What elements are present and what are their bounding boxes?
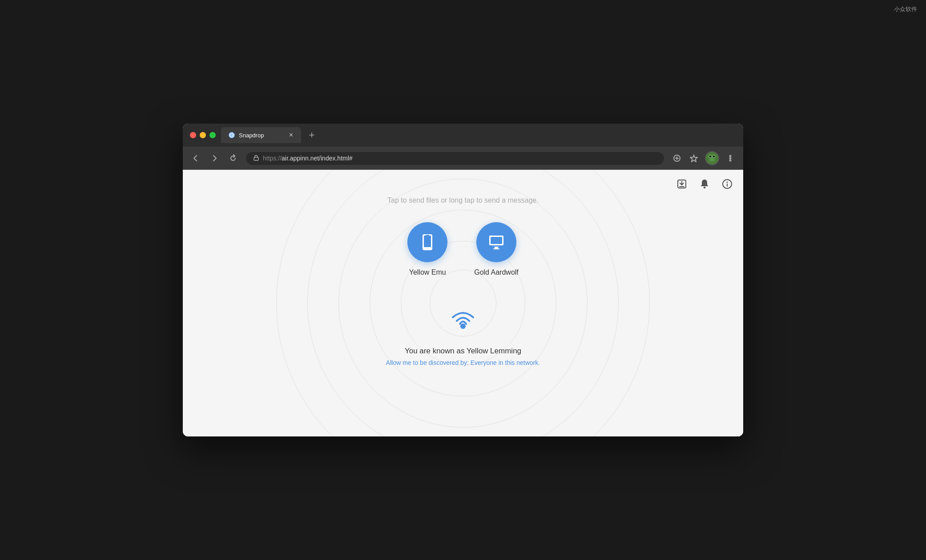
add-bookmark-button[interactable] xyxy=(671,152,683,164)
device-yellow-emu[interactable]: Yellow Emu xyxy=(407,222,447,276)
profile-avatar[interactable] xyxy=(705,151,719,165)
forward-icon xyxy=(210,154,218,162)
tab-favicon-icon xyxy=(228,132,235,139)
known-as-text: You are known as Yellow Lemming xyxy=(405,347,521,356)
url-host: air.appinn.net xyxy=(282,155,319,162)
window-controls xyxy=(190,132,216,138)
snapdrop-logo-icon xyxy=(447,308,479,340)
info-button[interactable] xyxy=(720,177,734,194)
reload-button[interactable] xyxy=(227,152,239,164)
identity-section: You are known as Yellow Lemming Allow me… xyxy=(386,308,540,366)
svg-point-32 xyxy=(460,324,466,329)
browser-window: Snapdrop × + xyxy=(183,124,743,436)
lock-icon xyxy=(253,155,259,162)
tab-title: Snapdrop xyxy=(239,132,285,139)
reload-icon xyxy=(229,154,237,162)
close-button[interactable] xyxy=(190,132,196,138)
active-tab[interactable]: Snapdrop × xyxy=(221,127,301,143)
svg-point-20 xyxy=(704,187,706,188)
maximize-button[interactable] xyxy=(209,132,216,138)
yellow-emu-label: Yellow Emu xyxy=(409,268,446,276)
instruction-text: Tap to send files or long tap to send a … xyxy=(387,196,539,204)
svg-point-12 xyxy=(713,156,715,157)
title-bar: Snapdrop × + xyxy=(183,124,743,147)
monitor-icon xyxy=(487,232,506,252)
gold-aardwolf-icon-circle xyxy=(476,222,516,262)
devices-row: Yellow Emu Gold Aardwolf xyxy=(407,222,519,276)
minimize-button[interactable] xyxy=(200,132,206,138)
avatar-icon xyxy=(706,152,718,164)
tabs-area: Snapdrop × + xyxy=(221,127,736,143)
page-actions xyxy=(675,177,734,194)
browser-actions xyxy=(671,151,736,165)
main-content: Tap to send files or long tap to send a … xyxy=(183,170,743,366)
svg-rect-29 xyxy=(491,237,502,244)
yellow-emu-icon-circle xyxy=(407,222,447,262)
svg-rect-25 xyxy=(424,236,431,247)
svg-marker-30 xyxy=(494,247,499,248)
device-gold-aardwolf[interactable]: Gold Aardwolf xyxy=(474,222,519,276)
url-path: /index.html# xyxy=(319,155,352,162)
menu-button[interactable] xyxy=(725,152,736,164)
address-bar: https://air.appinn.net/index.html# xyxy=(183,147,743,170)
page-content: Tap to send files or long tap to send a … xyxy=(183,170,743,436)
svg-rect-3 xyxy=(254,157,258,160)
svg-rect-27 xyxy=(426,235,429,236)
gold-aardwolf-label: Gold Aardwolf xyxy=(474,268,519,276)
svg-point-26 xyxy=(427,248,428,249)
watermark-text: 小众软件 xyxy=(894,5,917,13)
svg-rect-31 xyxy=(493,248,499,249)
star-button[interactable] xyxy=(688,152,700,164)
back-button[interactable] xyxy=(190,152,201,164)
url-protocol: https:// xyxy=(263,155,282,162)
back-icon xyxy=(192,154,200,162)
notifications-button[interactable] xyxy=(698,177,711,194)
phone-icon xyxy=(418,232,437,252)
svg-point-11 xyxy=(709,156,711,157)
svg-point-14 xyxy=(730,156,731,157)
svg-point-16 xyxy=(730,160,731,161)
tab-close-button[interactable]: × xyxy=(288,132,294,139)
forward-button[interactable] xyxy=(209,152,220,164)
new-tab-button[interactable]: + xyxy=(305,128,319,142)
discovery-link[interactable]: Allow me to be discovered by: Everyone i… xyxy=(386,359,540,366)
install-button[interactable] xyxy=(675,177,689,194)
url-bar[interactable]: https://air.appinn.net/index.html# xyxy=(246,152,664,165)
svg-point-15 xyxy=(730,158,731,159)
svg-marker-7 xyxy=(690,155,697,162)
url-text: https://air.appinn.net/index.html# xyxy=(263,155,353,162)
